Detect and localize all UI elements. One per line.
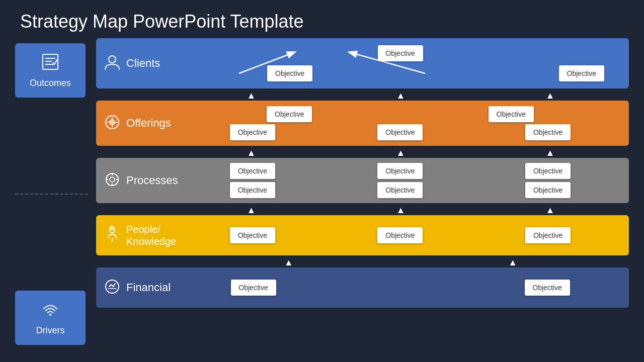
people-label2: Knowledge — [126, 235, 176, 247]
processes-obj-3: Objective — [525, 163, 571, 179]
arrows-offerings-processes: ▲ ▲ ▲ — [96, 148, 629, 156]
outcomes-card: Outcomes — [15, 43, 86, 98]
processes-band: Processes Objective Objective Objective … — [96, 158, 629, 203]
people-band: People/ Knowledge Objective Objective Ob… — [96, 215, 629, 255]
svg-text:%: % — [110, 120, 114, 125]
financial-band: Financial Objective Objective — [96, 267, 629, 308]
drivers-icon — [41, 300, 60, 321]
arrows-clients-offerings: ▲ ▲ ▲ — [96, 90, 629, 99]
people-label-container: People/ Knowledge — [126, 223, 176, 247]
drivers-label: Drivers — [36, 325, 65, 336]
outcomes-label: Outcomes — [30, 78, 71, 88]
offerings-label: Offerings — [126, 117, 171, 130]
arrow-6: ▲ — [475, 148, 625, 156]
offerings-icon: % — [103, 113, 121, 134]
people-obj-2: Objective — [377, 227, 423, 243]
arrows-people-financial: ▲ ▲ — [96, 257, 629, 265]
processes-row-2: Objective Objective Objective — [179, 182, 622, 198]
financial-label: Financial — [126, 281, 171, 294]
people-obj-3: Objective — [525, 227, 571, 243]
processes-obj-6: Objective — [525, 182, 571, 198]
offerings-band: % Offerings Objective Objective Objectiv… — [96, 101, 629, 146]
sidebar: Outcomes Drivers — [15, 38, 88, 350]
processes-obj-5: Objective — [377, 182, 423, 198]
processes-objs: Objective Objective Objective Objective … — [179, 163, 622, 198]
clients-label: Clients — [126, 57, 160, 70]
main-layout: Outcomes Drivers — [0, 38, 644, 355]
arrow-10: ▲ — [177, 257, 401, 265]
svg-point-20 — [106, 280, 119, 293]
arrow-5: ▲ — [326, 148, 475, 156]
svg-point-13 — [110, 177, 115, 182]
clients-icon — [103, 53, 121, 74]
clients-obj-top: Objective — [378, 45, 423, 61]
content-area: Clients Objecti — [96, 38, 629, 350]
clients-band: Clients Objecti — [96, 38, 629, 88]
clients-obj-right: Objective — [559, 65, 604, 81]
processes-icon — [103, 170, 121, 191]
offerings-icon-label: % Offerings — [103, 113, 179, 134]
financial-icon-label: Financial — [103, 278, 179, 298]
svg-point-5 — [109, 56, 116, 63]
clients-icon-label: Clients — [103, 53, 179, 74]
offerings-bottom-row: Objective Objective Objective — [179, 124, 622, 140]
financial-obj-1: Objective — [231, 280, 276, 296]
offerings-obj-1: Objective — [267, 106, 312, 122]
arrow-8: ▲ — [326, 205, 475, 213]
arrow-11: ▲ — [401, 257, 625, 265]
offerings-obj-4: Objective — [377, 124, 423, 140]
arrow-3: ▲ — [475, 90, 625, 99]
outcomes-icon — [41, 52, 60, 74]
arrow-2: ▲ — [326, 90, 475, 99]
processes-row-1: Objective Objective Objective — [179, 163, 622, 179]
arrow-7: ▲ — [177, 205, 326, 213]
offerings-obj-2: Objective — [489, 106, 534, 122]
sidebar-divider — [15, 194, 88, 195]
page-title: Strategy Map PowerPoint Template — [0, 0, 644, 38]
people-obj-1: Objective — [230, 227, 275, 243]
financial-objs: Objective Objective — [179, 280, 622, 296]
processes-obj-2: Objective — [377, 163, 423, 179]
people-label1: People/ — [126, 223, 176, 235]
processes-obj-1: Objective — [230, 163, 275, 179]
offerings-obj-3: Objective — [230, 124, 275, 140]
financial-icon — [103, 278, 121, 298]
arrows-processes-people: ▲ ▲ ▲ — [96, 205, 629, 213]
offerings-top-row: Objective Objective — [179, 106, 622, 122]
people-icon — [103, 225, 121, 246]
processes-label: Processes — [126, 174, 178, 187]
processes-obj-4: Objective — [230, 182, 275, 198]
arrow-9: ▲ — [475, 205, 625, 213]
processes-icon-label: Processes — [103, 170, 179, 191]
people-icon-label: People/ Knowledge — [103, 223, 179, 247]
drivers-card: Drivers — [15, 291, 86, 345]
financial-obj-2: Objective — [525, 280, 570, 296]
arrow-4: ▲ — [177, 148, 326, 156]
offerings-obj-5: Objective — [525, 124, 571, 140]
offerings-objs: Objective Objective Objective Objective … — [179, 106, 622, 140]
people-objs: Objective Objective Objective — [179, 227, 622, 243]
arrow-1: ▲ — [177, 90, 326, 99]
svg-point-4 — [49, 314, 51, 316]
clients-obj-left: Objective — [267, 65, 312, 81]
